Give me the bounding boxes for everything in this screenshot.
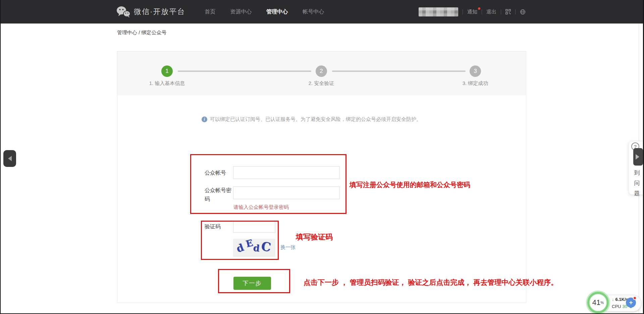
- help-text-char: 题: [633, 189, 641, 197]
- chevron-left-icon: [8, 156, 12, 161]
- password-label: 公众帐号密码: [205, 186, 234, 204]
- notifications-link[interactable]: 通知: [467, 9, 477, 15]
- info-tip-text: 可以绑定已认证订阅号、已认证服务号。为了避免安全风险，绑定的公众号必须开启安全防…: [210, 116, 421, 123]
- bind-account-panel: 1 2 3 1. 输入基本信息 2. 安全验证 3. 绑定成功 i 可以绑定已认…: [117, 51, 526, 303]
- download-arrow-icon: ↓: [612, 297, 614, 302]
- nav-item-account[interactable]: 帐号中心: [303, 8, 324, 15]
- chevron-right-icon: [636, 154, 639, 160]
- breadcrumb-separator: /: [137, 30, 142, 35]
- globe-icon[interactable]: [520, 9, 526, 15]
- stepper: 1 2 3 1. 输入基本信息 2. 安全验证 3. 绑定成功: [117, 51, 526, 95]
- breadcrumb-current: 绑定公众号: [142, 30, 167, 35]
- captcha-char: d: [253, 242, 260, 254]
- step-circle-3: 3: [470, 65, 481, 77]
- separator: [501, 9, 501, 14]
- booster-badge-dot: [633, 296, 637, 300]
- account-label: 公众帐号: [205, 169, 235, 177]
- separator: [515, 9, 516, 14]
- step-circle-2: 2: [316, 65, 327, 77]
- top-bar: 微信·开放平台 首页 资源中心 管理中心 帐号中心 通知 退出: [1, 0, 643, 24]
- page: 微信·开放平台 首页 资源中心 管理中心 帐号中心 通知 退出: [0, 0, 644, 314]
- captcha-input[interactable]: [233, 221, 275, 233]
- annotation-text-credentials: 填写注册公众号使用的邮箱和公众号密码: [350, 180, 470, 189]
- help-text-char: 问: [633, 179, 641, 187]
- step-label-2: 2. 安全验证: [284, 80, 358, 87]
- captcha-char: C: [260, 239, 272, 254]
- next-step-button[interactable]: 下一步: [233, 277, 271, 290]
- captcha-label: 验证码: [205, 222, 235, 231]
- expand-right-tab[interactable]: [633, 148, 643, 166]
- top-nav: 首页 资源中心 管理中心 帐号中心: [205, 8, 324, 15]
- user-name-redacted[interactable]: [419, 7, 458, 16]
- annotation-text-next: 点击下一步 ， 管理员扫码验证， 验证之后点击完成， 再去管理中心关联小程序。: [304, 278, 558, 287]
- password-input[interactable]: [233, 186, 340, 199]
- collapse-left-handle[interactable]: [3, 150, 16, 167]
- step-circle-1: 1: [161, 65, 173, 77]
- memory-usage-gauge[interactable]: 41%: [587, 292, 609, 313]
- captcha-refresh-link[interactable]: 换一张: [280, 244, 296, 251]
- nav-item-resources[interactable]: 资源中心: [230, 8, 252, 15]
- info-icon: i: [202, 117, 207, 122]
- qr-code-icon[interactable]: [505, 9, 511, 14]
- account-input[interactable]: [233, 166, 340, 179]
- step-label-1: 1. 输入基本信息: [130, 80, 204, 87]
- wechat-logo-icon: [116, 6, 130, 18]
- step-connector: [178, 71, 311, 72]
- annotation-text-captcha: 填写验证码: [296, 232, 333, 242]
- help-text-char: 到: [633, 169, 641, 177]
- logout-link[interactable]: 退出: [486, 9, 496, 15]
- captcha-char: d: [235, 241, 246, 255]
- separator: [463, 9, 463, 14]
- brand-title: 微信·开放平台: [134, 7, 185, 17]
- info-tip: i 可以绑定已认证订阅号、已认证服务号。为了避免安全风险，绑定的公众号必须开启安…: [202, 116, 421, 123]
- breadcrumb: 管理中心 / 绑定公众号: [117, 30, 167, 36]
- step-connector: [332, 71, 466, 72]
- separator: [482, 9, 482, 14]
- nav-item-management[interactable]: 管理中心: [266, 8, 288, 15]
- breadcrumb-link-management[interactable]: 管理中心: [117, 30, 137, 35]
- password-error-text: 请输入公众帐号登录密码: [233, 204, 289, 211]
- captcha-image[interactable]: d E d C: [233, 239, 275, 257]
- step-label-3: 3. 绑定成功: [438, 80, 512, 87]
- notification-dot: [478, 7, 480, 10]
- captcha-char: E: [245, 239, 254, 249]
- top-bar-right: 通知 退出: [419, 7, 526, 16]
- nav-item-home[interactable]: 首页: [205, 8, 215, 15]
